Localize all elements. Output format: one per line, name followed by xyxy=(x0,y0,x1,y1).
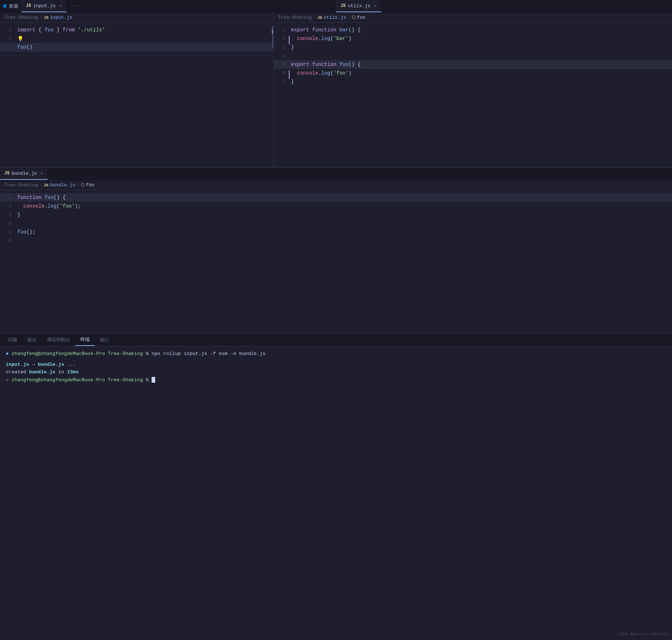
bc-bundle-file[interactable]: bundle.js xyxy=(50,182,75,188)
utils-line-2: 2 console.log('bar') xyxy=(274,34,672,43)
bundle-content-1: function foo() { xyxy=(17,195,66,200)
term-dot-1: ● xyxy=(6,351,12,356)
bundle-js-editor: JS bundle.js ✕ Tree-Shaking › JS bundle.… xyxy=(0,168,672,333)
input-js-pane: Tree-Shaking › JS input.js 1 import { fo… xyxy=(0,13,274,167)
bundle-content-2: console.log('foo'); xyxy=(17,203,81,209)
line-num-2: 2 xyxy=(0,36,17,41)
bundle-line-4: 4 xyxy=(0,219,672,228)
term-spacer xyxy=(6,358,666,361)
watermark: CSDN @weixin_47979438 xyxy=(618,632,668,636)
utils-line-5: 5 export function foo() { xyxy=(274,60,672,69)
split-editor-area: Tree-Shaking › JS input.js 1 import { fo… xyxy=(0,13,672,167)
utils-num-7: 7 xyxy=(274,79,291,85)
terminal-tab-ports[interactable]: 端口 xyxy=(95,333,114,346)
welcome-label[interactable]: 欢迎 xyxy=(9,3,18,9)
terminal-content: ● zhangfeng@zhangfengdeMacBook-Pro Tree-… xyxy=(0,346,672,473)
bundle-num-3: 3 xyxy=(0,212,17,218)
bc-input-file[interactable]: input.js xyxy=(50,15,72,20)
utils-num-1: 1 xyxy=(274,27,291,33)
terminal-tab-debug[interactable]: 调试控制台 xyxy=(42,333,75,346)
utils-num-5: 5 xyxy=(274,62,291,67)
terminal-label: 终端 xyxy=(80,336,90,343)
bc-func-icon-b: ⬡ xyxy=(81,182,85,188)
term-cmd-2: % xyxy=(146,377,152,383)
right-tab-area: JS utils.js ✕ xyxy=(336,0,672,12)
bundle-num-2: 2 xyxy=(0,204,17,209)
input-js-tab-label: input.js xyxy=(33,3,55,9)
bc-utils-file[interactable]: utils.js xyxy=(324,15,346,20)
term-output-2b: bundle.js xyxy=(29,369,55,375)
tab-more-button[interactable]: ··· xyxy=(67,3,83,9)
ports-label: 端口 xyxy=(100,337,109,343)
scrollbar-indicator[interactable] xyxy=(272,26,273,48)
bundle-js-tab-close[interactable]: ✕ xyxy=(41,171,43,176)
bc-sep1: › xyxy=(40,15,42,20)
code-line-2: 2 💡 xyxy=(0,34,273,43)
input-js-tab-close[interactable]: ✕ xyxy=(59,3,62,9)
bundle-content-3: } xyxy=(17,212,20,218)
bundle-num-6: 6 xyxy=(0,238,17,244)
line-num-1: 1 xyxy=(0,27,17,33)
term-output-1b: → xyxy=(32,362,38,367)
term-output-1a: input.js xyxy=(6,362,29,367)
bundle-num-5: 5 xyxy=(0,230,17,235)
term-output-2c: in xyxy=(58,369,67,375)
input-js-code: 1 import { foo } from './utils' 2 💡 3 fo… xyxy=(0,23,273,167)
utils-content-5: export function foo() { xyxy=(291,62,360,67)
utils-js-tab[interactable]: JS utils.js ✕ xyxy=(336,0,381,12)
utils-js-tab-label: utils.js xyxy=(348,3,370,9)
bc-sep-b1: › xyxy=(40,182,42,188)
bundle-line-5: 5 foo(); xyxy=(0,228,672,236)
bc-js-icon-r: JS xyxy=(317,15,322,20)
term-prompt-1: zhangfeng@zhangfengdeMacBook-Pro Tree-Sh… xyxy=(12,351,143,356)
terminal-line-2: input.js → bundle.js ... xyxy=(6,361,666,369)
line-content-2: 💡 xyxy=(17,36,23,42)
utils-content-3: } xyxy=(291,44,294,50)
utils-line-7: 7 } xyxy=(274,77,672,86)
bundle-js-tab-label: bundle.js xyxy=(12,171,37,176)
utils-js-pane: Tree-Shaking › JS utils.js › ⬡ foo 1 exp… xyxy=(274,13,672,167)
bundle-line-1: 1 function foo() { xyxy=(0,193,672,202)
bc-sep-b2: › xyxy=(77,182,80,188)
bundle-line-3: 3 } xyxy=(0,210,672,219)
bundle-tab-bar: JS bundle.js ✕ xyxy=(0,168,672,180)
term-prompt-2: zhangfeng@zhangfengdeMacBook-Pro Tree-Sh… xyxy=(12,377,143,383)
bc-js-icon-b: JS xyxy=(44,183,48,187)
terminal-line-1: ● zhangfeng@zhangfengdeMacBook-Pro Tree-… xyxy=(6,350,666,358)
terminal-tab-terminal[interactable]: 终端 xyxy=(75,333,95,346)
utils-content-6: console.log('foo') xyxy=(291,70,351,76)
line-content-1: import { foo } from './utils' xyxy=(17,27,105,33)
utils-content-1: export function bar() { xyxy=(291,27,360,33)
bundle-js-tab-icon: JS xyxy=(4,171,9,176)
code-line-3: 3 foo() xyxy=(0,43,273,52)
line-num-3: 3 xyxy=(0,45,17,50)
debug-label: 调试控制台 xyxy=(47,337,70,343)
terminal-cursor xyxy=(152,377,155,383)
input-js-tab[interactable]: JS input.js ✕ xyxy=(22,0,67,12)
bundle-num-1: 1 xyxy=(0,195,17,200)
terminal-tab-problems[interactable]: 问题 xyxy=(3,333,22,346)
problems-label: 问题 xyxy=(8,337,17,343)
utils-num-3: 3 xyxy=(274,45,291,50)
bc-sep-r2: › xyxy=(348,15,350,20)
bundle-line-6: 6 xyxy=(0,236,672,245)
bundle-line-2: 2 console.log('foo'); xyxy=(0,202,672,210)
terminal-panel: 问题 输出 调试控制台 终端 端口 ● zhangfeng@zhang xyxy=(0,333,672,473)
utils-line-4: 4 xyxy=(274,52,672,60)
term-output-2d: 13ms xyxy=(67,369,79,375)
bundle-js-code: 1 function foo() { 2 console.log('foo');… xyxy=(0,190,672,333)
terminal-tab-output[interactable]: 输出 xyxy=(22,333,42,346)
utils-js-tab-close[interactable]: ✕ xyxy=(374,3,376,9)
term-output-1c: bundle.js xyxy=(38,362,64,367)
utils-num-6: 6 xyxy=(274,71,291,76)
terminal-line-3: created bundle.js in 13ms xyxy=(6,368,666,376)
term-dot-2: ○ xyxy=(6,377,12,383)
bc-utils-func: foo xyxy=(357,15,365,20)
output-label: 输出 xyxy=(27,337,37,343)
utils-line-3: 3 } xyxy=(274,43,672,52)
vscode-icon: ■ xyxy=(3,3,7,10)
bundle-js-breadcrumb: Tree-Shaking › JS bundle.js › ⬡ foo xyxy=(0,180,672,190)
bc-project: Tree-Shaking xyxy=(4,15,38,20)
bundle-js-tab[interactable]: JS bundle.js ✕ xyxy=(0,168,48,180)
utils-js-tab-icon: JS xyxy=(341,3,346,8)
